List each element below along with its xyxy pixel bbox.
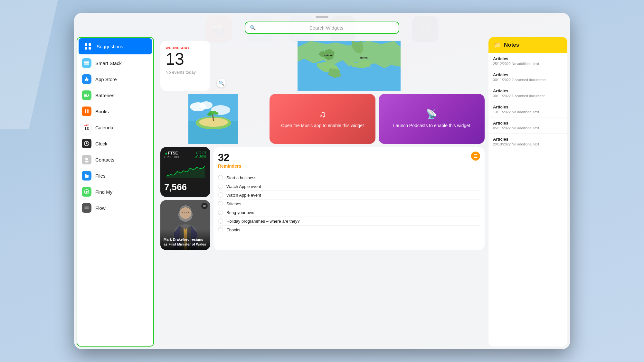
notes-header[interactable]: 📁 Notes (488, 37, 567, 53)
note-title-4: Articles (493, 121, 563, 125)
sidebar-item-batteries[interactable]: Batteries (77, 87, 153, 103)
sidebar-item-files[interactable]: Files (77, 168, 153, 184)
svg-point-37 (85, 158, 88, 160)
stocks-value: 7,566 (164, 182, 206, 192)
app-store-label: App Store (95, 77, 117, 82)
reminder-item-6[interactable]: Ebooks (218, 226, 480, 234)
svg-text:London: London (324, 54, 333, 57)
map-widget[interactable]: London Berlin• 🔍 (213, 41, 485, 91)
calendar-widget[interactable]: WEDNESDAY 13 No events today (160, 41, 210, 91)
suggestions-label: Suggestions (97, 44, 123, 49)
sidebar-item-calendar[interactable]: WED 13 Calendar (77, 119, 153, 135)
note-item-2[interactable]: Articles 30/11/2022 1 scanned document (488, 85, 567, 101)
note-title-0: Articles (493, 56, 563, 61)
reminder-item-5[interactable]: Holiday programmes – where are they? (218, 217, 480, 225)
svg-rect-29 (88, 95, 89, 96)
sidebar-item-smart-stack[interactable]: Smart Stack (77, 55, 153, 71)
reminders-widget[interactable]: 32 Reminders ☰ Start a business (213, 147, 485, 250)
note-item-0[interactable]: Articles 25/12/2022 No additional text (488, 53, 567, 69)
books-label: Books (95, 109, 109, 114)
note-item-4[interactable]: Articles 05/11/2022 No additional text (488, 117, 567, 134)
svg-rect-32 (87, 109, 89, 113)
flow-icon (82, 203, 91, 213)
music-widget-text: Open the Music app to enable this widget (281, 123, 364, 129)
reminder-text-4: Bring your own (226, 210, 254, 215)
reminder-item-3[interactable]: Stitches (218, 200, 480, 208)
svg-rect-24 (85, 47, 87, 50)
main-content: Suggestions Smart Stack (74, 37, 570, 349)
search-bar-container: 🔍 Search Widgets (74, 18, 570, 37)
news-widget[interactable]: N Mark Drakeford resigns as First Minist… (160, 200, 210, 250)
reminder-text-5: Holiday programmes – where are they? (226, 219, 300, 224)
search-bar[interactable]: 🔍 Search Widgets (245, 22, 399, 34)
clock-label: Clock (95, 141, 108, 146)
calendar-icon: WED 13 (82, 123, 91, 132)
search-placeholder: Search Widgets (259, 25, 394, 31)
sidebar-item-flow[interactable]: Flow (77, 200, 153, 216)
reminders-count: 32 (218, 152, 241, 163)
widgets-panel: 🔍 Search Widgets Suggestions (74, 13, 570, 349)
news-headline-overlay: Mark Drakeford resigns as First Minister… (160, 229, 210, 250)
notes-list: Articles 25/12/2022 No additional text A… (488, 53, 567, 347)
music-icon: ♫ (319, 109, 326, 119)
sidebar-item-clock[interactable]: Clock (77, 135, 153, 152)
svg-point-55 (200, 101, 213, 109)
reminder-circle (218, 201, 223, 206)
podcasts-widget[interactable]: 📡 Launch Podcasts to enable this widget (379, 94, 485, 144)
app-store-icon (82, 74, 91, 84)
music-widget[interactable]: ♫ Open the Music app to enable this widg… (270, 94, 375, 144)
svg-point-38 (85, 161, 89, 162)
widget-area: WEDNESDAY 13 No events today (156, 37, 488, 349)
note-item-1[interactable]: Articles 30/11/2022 2 scanned documents (488, 69, 567, 85)
contacts-label: Contacts (95, 157, 114, 162)
reminder-item-0[interactable]: Start a business (218, 173, 480, 182)
note-title-5: Articles (493, 137, 563, 142)
note-meta-3: 13/11/2022 No additional text (493, 110, 563, 114)
svg-rect-27 (84, 63, 89, 65)
reminder-text-6: Ebooks (226, 227, 240, 232)
sidebar-item-books[interactable]: Books (77, 103, 153, 119)
files-icon (82, 171, 91, 181)
notes-folder-icon: 📁 (494, 42, 501, 49)
notes-title: Notes (504, 42, 519, 48)
find-my-label: Find My (95, 189, 112, 195)
flow-label: Flow (95, 205, 106, 211)
svg-rect-30 (85, 95, 87, 96)
calendar-day-number: 13 (166, 51, 205, 67)
sidebar-item-find-my[interactable]: Find My (77, 184, 153, 200)
map-search-button[interactable]: 🔍 (217, 79, 226, 88)
stocks-ticker: ▲▲FTSEFTSE (164, 151, 179, 155)
note-item-5[interactable]: Articles 29/10/2022 No additional text (488, 134, 567, 149)
note-meta-4: 05/11/2022 No additional text (493, 126, 563, 130)
stocks-widget[interactable]: ▲▲FTSEFTSE FTSE 100 +22.97 +0.30% (160, 147, 210, 197)
sidebar-item-app-store[interactable]: App Store (77, 71, 153, 87)
sidebar-item-contacts[interactable]: Contacts (77, 152, 153, 168)
calendar-no-events: No events today (166, 70, 205, 75)
reminder-item-1[interactable]: Watch Apple event (218, 182, 480, 190)
podcasts-icon: 📡 (426, 109, 437, 119)
reminder-item-4[interactable]: Bring your own (218, 208, 480, 217)
photos-widget[interactable] (160, 94, 266, 144)
reminder-item-2[interactable]: Watch Apple event (218, 191, 480, 199)
stocks-change: +22.97 +0.30% (194, 151, 206, 159)
note-meta-2: 30/11/2022 1 scanned document (493, 94, 563, 98)
note-item-3[interactable]: Articles 13/11/2022 No additional text (488, 101, 567, 117)
reminder-text-0: Start a business (226, 175, 256, 180)
clock-icon (82, 139, 91, 148)
reminder-text-2: Watch Apple event (226, 193, 261, 198)
reminders-list-icon[interactable]: ☰ (471, 152, 480, 161)
books-icon (82, 107, 91, 116)
svg-rect-31 (85, 109, 86, 113)
contacts-icon (82, 155, 91, 164)
sidebar-item-suggestions[interactable]: Suggestions (79, 38, 152, 54)
note-title-3: Articles (493, 105, 563, 109)
svg-point-51 (327, 55, 328, 56)
calendar-label: Calendar (95, 125, 115, 130)
svg-rect-26 (84, 61, 89, 63)
photos-svg (160, 94, 266, 144)
podcasts-widget-text: Launch Podcasts to enable this widget (393, 123, 470, 129)
svg-rect-22 (85, 43, 87, 46)
reminder-circle (218, 218, 223, 224)
note-meta-0: 25/12/2022 No additional text (493, 62, 563, 66)
note-meta-5: 29/10/2022 No additional text (493, 142, 563, 146)
